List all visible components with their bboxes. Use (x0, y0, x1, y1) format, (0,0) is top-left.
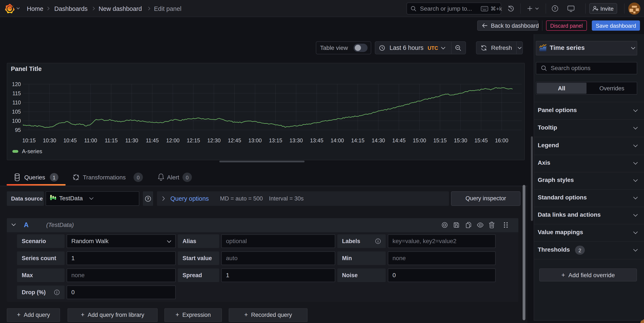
svg-text:?: ? (147, 197, 149, 201)
svg-text:?: ? (554, 7, 556, 11)
